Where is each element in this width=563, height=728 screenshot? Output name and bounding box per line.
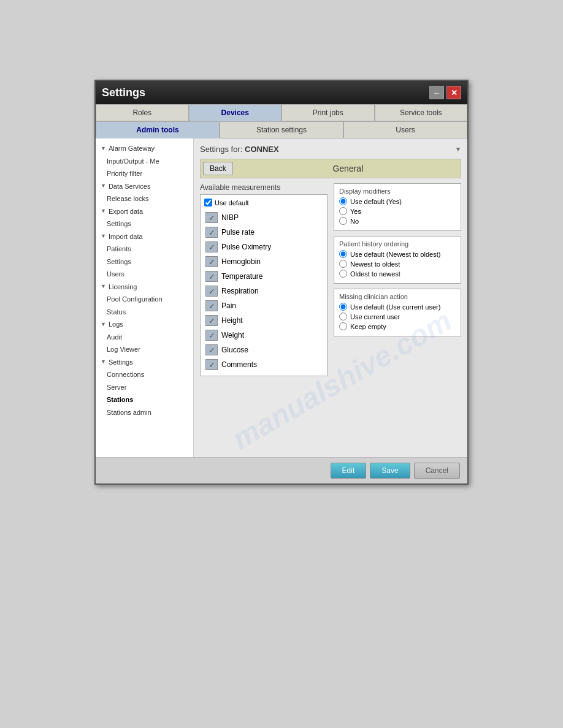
measurement-pulse-oximetry: ✓ Pulse Oximetry (204, 240, 323, 254)
dropdown-icon[interactable]: ▼ (455, 146, 461, 153)
temperature-checkbox[interactable]: ✓ (205, 271, 218, 282)
measurement-comments: ✓ Comments (204, 357, 323, 372)
sidebar-item-export-data[interactable]: Export data (96, 205, 193, 218)
tab-service-tools[interactable]: Service tools (375, 104, 468, 121)
patient-history-radio-3[interactable] (339, 270, 347, 278)
height-checkbox[interactable]: ✓ (205, 315, 218, 326)
missing-clinician-radio-1[interactable] (339, 303, 347, 311)
pain-label: Pain (221, 301, 236, 310)
display-mod-label-2: Yes (350, 208, 361, 215)
tab-row-2: Admin tools Station settings Users (96, 121, 467, 138)
tab-row-1: Roles Devices Print jobs Service tools (96, 104, 467, 121)
sidebar-item-logs[interactable]: Logs (96, 318, 193, 331)
missing-clinician-label-3: Keep empty (350, 323, 386, 330)
close-window-btn[interactable]: ✕ (446, 86, 461, 99)
back-window-btn[interactable]: ← (429, 86, 444, 99)
display-mod-label-1: Use default (Yes) (350, 198, 402, 205)
tab-print-jobs[interactable]: Print jobs (282, 104, 375, 121)
section-header: Back General (200, 159, 461, 178)
display-mod-label-3: No (350, 218, 359, 225)
glucose-checkbox[interactable]: ✓ (205, 344, 218, 355)
sidebar-item-stations-admin[interactable]: Stations admin (96, 406, 193, 419)
sidebar-item-priority-filter[interactable]: Priority filter (96, 167, 193, 180)
display-mod-radio-1[interactable] (339, 197, 347, 205)
respiration-label: Respiration (221, 287, 259, 295)
patient-history-radio-1[interactable] (339, 250, 347, 258)
sidebar-item-licensing[interactable]: Licensing (96, 281, 193, 294)
display-modifiers-label: Display modifiers (339, 188, 456, 195)
sidebar-item-status[interactable]: Status (96, 306, 193, 319)
use-default-label: Use default (215, 199, 249, 207)
measurement-hemoglobin: ✓ Hemoglobin (204, 254, 323, 269)
pulse-oximetry-checkbox[interactable]: ✓ (205, 241, 218, 252)
display-mod-option-1: Use default (Yes) (339, 197, 456, 205)
sidebar-item-log-viewer[interactable]: Log Viewer (96, 343, 193, 356)
measurement-glucose: ✓ Glucose (204, 343, 323, 357)
sidebar-item-pool-config[interactable]: Pool Configuration (96, 293, 193, 306)
sidebar-item-server[interactable]: Server (96, 381, 193, 394)
weight-checkbox[interactable]: ✓ (205, 330, 218, 341)
missing-clinician-option-2: Use current user (339, 313, 456, 320)
sidebar-item-export-settings[interactable]: Settings (96, 218, 193, 230)
missing-clinician-label: Missing clinician action (339, 293, 456, 300)
nibp-checkbox[interactable]: ✓ (205, 212, 218, 223)
sidebar: Alarm Gateway Input/Output - Me Priority… (96, 138, 194, 457)
pulse-rate-checkbox[interactable]: ✓ (205, 227, 218, 238)
patient-history-option-3: Oldest to newest (339, 270, 456, 278)
sidebar-item-import-users[interactable]: Users (96, 268, 193, 281)
missing-clinician-group: Missing clinician action Use default (Us… (334, 289, 461, 336)
measurement-nibp: ✓ NIBP (204, 210, 323, 225)
sidebar-item-alarm-gateway[interactable]: Alarm Gateway (96, 142, 193, 155)
tab-roles[interactable]: Roles (96, 104, 189, 121)
measurement-respiration: ✓ Respiration (204, 284, 323, 298)
measurement-height: ✓ Height (204, 313, 323, 328)
missing-clinician-radio-2[interactable] (339, 313, 347, 320)
measurement-pulse-rate: ✓ Pulse rate (204, 225, 323, 240)
right-panel: Settings for: CONNEX ▼ Back General Avai… (194, 138, 467, 457)
two-col-layout: Available measurements Use default ✓ NIB… (200, 183, 461, 376)
save-button[interactable]: Save (370, 463, 410, 479)
tab-station-settings[interactable]: Station settings (220, 121, 343, 138)
settings-for-label: Settings for: CONNEX (200, 145, 279, 154)
sidebar-item-connections[interactable]: Connections (96, 368, 193, 381)
weight-label: Weight (221, 331, 244, 339)
height-label: Height (221, 316, 243, 325)
respiration-checkbox[interactable]: ✓ (205, 286, 218, 297)
tab-admin-tools[interactable]: Admin tools (96, 121, 220, 138)
patient-history-radio-2[interactable] (339, 260, 347, 268)
missing-clinician-radio-3[interactable] (339, 322, 347, 330)
cancel-button[interactable]: Cancel (414, 463, 460, 479)
window-title: Settings (102, 86, 145, 99)
measurements-box: Use default ✓ NIBP ✓ Pulse rate ✓ (200, 194, 327, 376)
missing-clinician-option-1: Use default (Use current user) (339, 303, 456, 311)
settings-for-header: Settings for: CONNEX ▼ (200, 145, 461, 154)
settings-for-name: CONNEX (245, 145, 279, 154)
temperature-label: Temperature (221, 272, 262, 281)
sidebar-item-data-services[interactable]: Data Services (96, 180, 193, 193)
display-mod-radio-2[interactable] (339, 207, 347, 215)
sidebar-item-settings[interactable]: Settings (96, 356, 193, 369)
sidebar-item-release-locks[interactable]: Release locks (96, 192, 193, 205)
bottom-bar: Edit Save Cancel (96, 457, 467, 483)
glucose-label: Glucose (221, 346, 248, 354)
tab-users[interactable]: Users (343, 121, 467, 138)
comments-checkbox[interactable]: ✓ (205, 359, 218, 370)
use-default-checkbox[interactable] (204, 199, 212, 207)
display-mod-option-3: No (339, 217, 456, 225)
sidebar-item-patients[interactable]: Patients (96, 243, 193, 256)
sidebar-item-import-settings[interactable]: Settings (96, 256, 193, 268)
content-area: Alarm Gateway Input/Output - Me Priority… (96, 138, 467, 457)
edit-button[interactable]: Edit (331, 463, 367, 479)
display-mod-radio-3[interactable] (339, 217, 347, 225)
back-button[interactable]: Back (203, 162, 233, 175)
patient-history-group: Patient history ordering Use default (Ne… (334, 236, 461, 284)
sidebar-item-stations[interactable]: Stations (96, 393, 193, 406)
section-title: General (236, 161, 461, 176)
sidebar-item-import-data[interactable]: Import data (96, 230, 193, 243)
sidebar-item-audit[interactable]: Audit (96, 331, 193, 344)
pain-checkbox[interactable]: ✓ (205, 300, 218, 311)
sidebar-item-input-output[interactable]: Input/Output - Me (96, 155, 193, 168)
measurement-temperature: ✓ Temperature (204, 269, 323, 284)
hemoglobin-checkbox[interactable]: ✓ (205, 256, 218, 267)
tab-devices[interactable]: Devices (189, 104, 282, 121)
